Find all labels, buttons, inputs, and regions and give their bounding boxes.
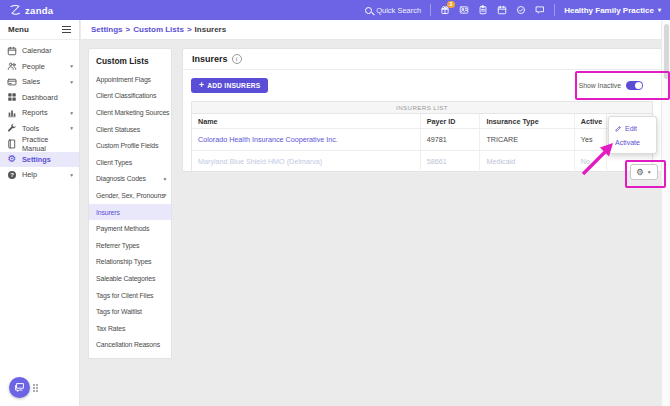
gift-button[interactable]: 3: [440, 5, 450, 15]
active-cell: Yes: [574, 129, 606, 150]
contacts-button[interactable]: [459, 5, 469, 15]
chevron-down-icon: ▾: [70, 110, 73, 116]
list-item-tags-for-client-files[interactable]: Tags for Client Files: [89, 287, 171, 304]
insurer-name-link[interactable]: Maryland Blue Shield HMO (Delmarva): [198, 157, 322, 166]
list-item-client-classifications[interactable]: Client Classifications: [89, 88, 171, 105]
people-icon: [7, 61, 17, 71]
practice-name: Healthy Family Practice: [564, 6, 654, 15]
sidebar: Menu Calendar People ▾ Sales: [0, 20, 80, 406]
quick-search-button[interactable]: Quick Search: [365, 6, 421, 15]
column-header-payer-id: Payer ID: [420, 114, 480, 128]
calendar-icon: [497, 5, 507, 15]
plus-icon: +: [199, 81, 204, 90]
support-chat-button[interactable]: [9, 377, 30, 398]
gear-icon: ⚙: [636, 168, 644, 177]
list-item-client-types[interactable]: Client Types: [89, 154, 171, 171]
list-item-client-statuses[interactable]: Client Statuses: [89, 121, 171, 138]
chevron-down-icon: ▾: [163, 192, 166, 198]
sidebar-item-people[interactable]: People ▾: [0, 59, 79, 75]
insurers-panel: Insurers i + ADD INSURERS Show Inactive …: [182, 48, 662, 172]
notes-button[interactable]: [478, 5, 488, 15]
list-item-custom-profile-fields[interactable]: Custom Profile Fields: [89, 137, 171, 154]
insurers-table: INSURERS LIST Name Payer ID Insurance Ty…: [191, 101, 653, 173]
chevron-down-icon: ▾: [658, 7, 661, 13]
chevron-down-icon: ▾: [70, 79, 73, 85]
sidebar-item-tools[interactable]: Tools ▾: [0, 121, 79, 137]
list-item-diagnosis-codes[interactable]: Diagnosis Codes▾: [89, 171, 171, 188]
breadcrumb-settings[interactable]: Settings: [91, 25, 123, 34]
zanda-logo-icon: [9, 4, 21, 16]
menu-collapse-button[interactable]: [62, 26, 71, 33]
topbar: zanda Quick Search 3: [0, 0, 670, 20]
app-window: zanda Quick Search 3: [0, 0, 670, 406]
table-row: Colorado Health Insurance Cooperative In…: [192, 129, 652, 151]
table-header-row: Name Payer ID Insurance Type Active: [192, 114, 652, 129]
list-item-appointment-flags[interactable]: Appointment Flags: [89, 71, 171, 88]
contact-card-icon: [459, 5, 469, 15]
toggle-knob: [635, 82, 643, 90]
insurance-type-cell: Medicaid: [479, 151, 573, 172]
topbar-divider: [430, 4, 431, 16]
scrollbar-thumb[interactable]: [664, 24, 669, 79]
list-item-tax-rates[interactable]: Tax Rates: [89, 320, 171, 337]
row-actions-button[interactable]: ⚙ ▼: [630, 164, 658, 180]
calendar-button[interactable]: [497, 5, 507, 15]
brand-logo: zanda: [9, 4, 53, 16]
show-inactive-label: Show Inactive: [579, 82, 621, 89]
question-circle-icon: ?: [7, 171, 17, 180]
list-item-insurers[interactable]: Insurers: [89, 204, 171, 221]
practice-switcher[interactable]: Healthy Family Practice ▾: [564, 6, 661, 15]
quick-search-label: Quick Search: [376, 6, 421, 15]
chat-icon: [535, 5, 545, 15]
gear-icon: ⚙: [7, 154, 17, 164]
menu-item-edit[interactable]: Edit: [609, 121, 656, 135]
sidebar-item-help[interactable]: ? Help ▾: [0, 167, 79, 183]
list-item-tags-for-waitlist[interactable]: Tags for Waitlist: [89, 303, 171, 320]
search-icon: [365, 7, 372, 14]
insurer-name-link[interactable]: Colorado Health Insurance Cooperative In…: [198, 135, 338, 144]
table-title: INSURERS LIST: [192, 102, 652, 114]
breadcrumb-current: Insurers: [195, 25, 227, 34]
payer-id-cell: 58661: [420, 151, 480, 172]
chevron-down-icon: ▾: [70, 125, 73, 131]
check-circle-icon: [516, 5, 526, 15]
menu-item-activate[interactable]: Activate: [609, 135, 656, 149]
column-header-active: Active: [574, 114, 606, 128]
credit-card-icon: [7, 77, 17, 87]
info-icon[interactable]: i: [232, 54, 242, 64]
sidebar-item-dashboard[interactable]: Dashboard: [0, 90, 79, 106]
wrench-icon: [7, 123, 17, 133]
list-item-cancellation-reasons[interactable]: Cancellation Reasons: [89, 337, 171, 354]
sidebar-item-settings[interactable]: ⚙ Settings: [0, 152, 79, 168]
sidebar-item-sales[interactable]: Sales ▾: [0, 74, 79, 90]
chevron-down-icon: ▼: [647, 169, 652, 175]
list-item-saleable-categories[interactable]: Saleable Categories: [89, 270, 171, 287]
chevron-down-icon: ▾: [163, 176, 166, 182]
tasks-button[interactable]: [516, 5, 526, 15]
sidebar-item-practice-manual[interactable]: Practice Manual: [0, 136, 79, 152]
column-header-name: Name: [192, 114, 420, 128]
add-insurers-button[interactable]: + ADD INSURERS: [191, 78, 268, 93]
list-item-payment-methods[interactable]: Payment Methods: [89, 220, 171, 237]
menu-title: Menu: [8, 25, 29, 34]
list-item-relationship-types[interactable]: Relationship Types: [89, 254, 171, 271]
custom-lists-panel: Custom Lists Appointment Flags Client Cl…: [88, 48, 172, 359]
book-icon: [7, 139, 17, 149]
list-item-client-marketing-sources[interactable]: Client Marketing Sources: [89, 104, 171, 121]
topbar-divider: [554, 4, 555, 16]
breadcrumb-custom-lists[interactable]: Custom Lists: [133, 25, 184, 34]
drag-handle[interactable]: [33, 384, 39, 393]
clipboard-icon: [478, 5, 488, 15]
sidebar-item-calendar[interactable]: Calendar: [0, 43, 79, 59]
chat-icon: [14, 382, 25, 393]
list-item-referrer-types[interactable]: Referrer Types: [89, 237, 171, 254]
breadcrumb: Settings > Custom Lists > Insurers: [81, 20, 670, 40]
list-item-gender-sex-pronouns[interactable]: Gender, Sex, Pronouns▾: [89, 187, 171, 204]
brand-name: zanda: [25, 5, 53, 16]
custom-lists-title: Custom Lists: [89, 49, 171, 71]
calendar-icon: [7, 46, 17, 56]
sidebar-item-reports[interactable]: Reports ▾: [0, 105, 79, 121]
pencil-icon: [615, 125, 622, 132]
messages-button[interactable]: [535, 5, 545, 15]
show-inactive-toggle[interactable]: [626, 81, 643, 91]
